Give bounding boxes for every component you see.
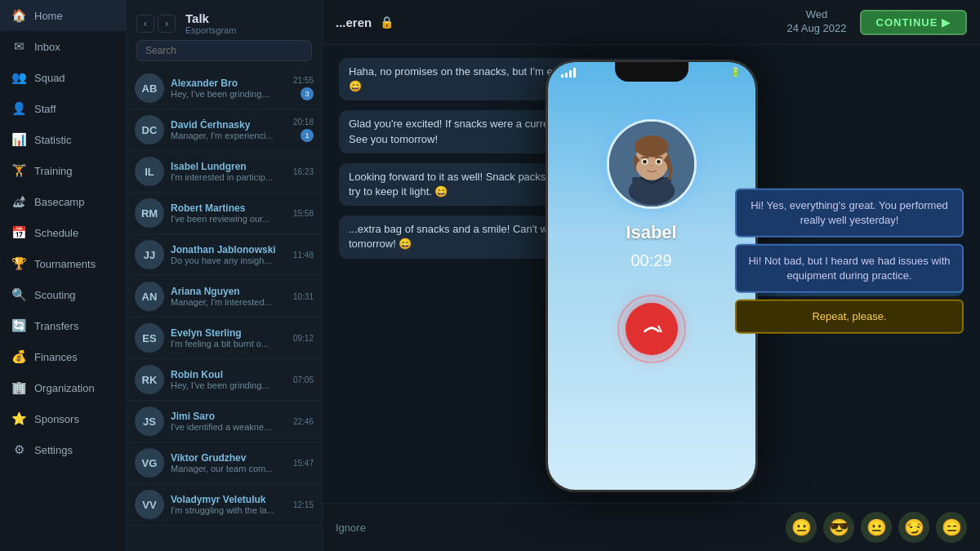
- sidebar-item-staff[interactable]: 👤 Staff: [0, 93, 126, 124]
- sidebar-label-basecamp: Basecamp: [34, 196, 84, 208]
- contact-time: 20:18: [293, 118, 314, 127]
- organization-icon: 🏢: [11, 380, 26, 395]
- finances-icon: 💰: [11, 349, 26, 364]
- squad-icon: 👥: [11, 70, 26, 85]
- contact-time: 22:46: [293, 417, 314, 426]
- contact-badge: 1: [301, 129, 314, 142]
- contact-preview: I've been reviewing our...: [171, 214, 287, 224]
- contact-preview: Manager, I'm experienci...: [171, 131, 287, 140]
- contact-avatar: RM: [135, 198, 164, 228]
- sidebar-item-inbox[interactable]: ✉ Inbox: [0, 31, 126, 62]
- sidebar-label-training: Training: [34, 165, 72, 177]
- contact-meta: 09:12: [293, 334, 314, 343]
- contact-info: Robert Martines I've been reviewing our.…: [171, 202, 287, 224]
- sidebar-item-organization[interactable]: 🏢 Organization: [0, 372, 126, 403]
- statistic-icon: 📊: [11, 132, 26, 147]
- sidebar-item-scouting[interactable]: 🔍 Scouting: [0, 279, 126, 310]
- sidebar-label-squad: Squad: [34, 72, 65, 84]
- home-icon: 🏠: [11, 8, 26, 23]
- contact-info: Voladymyr Veletuluk I'm struggling with …: [171, 494, 287, 515]
- sidebar-item-home[interactable]: 🏠 Home: [0, 0, 126, 31]
- contact-item[interactable]: DC David Čerhnasky Manager, I'm experien…: [127, 109, 322, 151]
- schedule-icon: 📅: [11, 225, 26, 240]
- sidebar-label-tournaments: Tournaments: [34, 258, 96, 270]
- sidebar-item-transfers[interactable]: 🔄 Transfers: [0, 310, 126, 341]
- sidebar-item-squad[interactable]: 👥 Squad: [0, 62, 126, 93]
- contact-item[interactable]: RM Robert Martines I've been reviewing o…: [127, 193, 322, 234]
- contact-time: 10:31: [293, 292, 314, 301]
- contact-preview: I'm feeling a bit burnt o...: [171, 339, 287, 349]
- main-chat-area: ...eren 🔒 Wed 24 Aug 2022 CONTINUE ▶ Hah…: [323, 0, 980, 551]
- sidebar-label-finances: Finances: [34, 351, 78, 363]
- nav-forward-button[interactable]: ›: [158, 15, 176, 33]
- contact-item[interactable]: VV Voladymyr Veletuluk I'm struggling wi…: [127, 484, 322, 526]
- contact-meta: 15:47: [293, 459, 314, 468]
- sidebar-item-basecamp[interactable]: 🏕 Basecamp: [0, 186, 126, 217]
- sidebar-label-home: Home: [34, 10, 63, 22]
- contact-item[interactable]: ES Evelyn Sterling I'm feeling a bit bur…: [127, 318, 322, 359]
- end-call-button[interactable]: [626, 303, 678, 355]
- contact-header: ‹ › Talk Esportsgram: [127, 0, 322, 68]
- choice-button-choice1[interactable]: Hi! Yes, everything's great. You perform…: [735, 188, 964, 237]
- sidebar-label-organization: Organization: [34, 382, 95, 394]
- contact-badge: 3: [301, 87, 314, 100]
- contact-time: 15:47: [293, 459, 314, 468]
- sidebar-label-transfers: Transfers: [34, 320, 78, 332]
- phone-notch: [615, 62, 688, 82]
- contact-meta: 11:48: [293, 251, 314, 260]
- choice-button-choice3[interactable]: Repeat, please.: [735, 300, 964, 334]
- contact-info: Evelyn Sterling I'm feeling a bit burnt …: [171, 327, 287, 349]
- contact-avatar: JJ: [135, 240, 164, 269]
- contact-info: David Čerhnasky Manager, I'm experienci.…: [171, 119, 287, 140]
- contact-name: Jonathan Jablonowski: [171, 244, 287, 256]
- sidebar-item-sponsors[interactable]: ⭐ Sponsors: [0, 403, 126, 434]
- settings-icon: ⚙: [11, 442, 26, 457]
- contact-item[interactable]: JJ Jonathan Jablonowski Do you have any …: [127, 234, 322, 276]
- sidebar-item-settings[interactable]: ⚙ Settings: [0, 434, 126, 465]
- contact-list: AB Alexander Bro Hey, I've been grinding…: [127, 68, 322, 551]
- contact-info: Jonathan Jablonowski Do you have any ins…: [171, 244, 287, 265]
- nav-back-button[interactable]: ‹: [136, 15, 154, 33]
- contact-item[interactable]: RK Robin Koul Hey, I've been grinding...…: [127, 359, 322, 401]
- svg-line-10: [658, 326, 662, 332]
- contact-info: Ariana Nguyen Manager, I'm interested...: [171, 286, 287, 307]
- sidebar-label-schedule: Schedule: [34, 227, 78, 239]
- contact-item[interactable]: VG Viktor Grudzhev Manager, our team com…: [127, 442, 322, 484]
- sidebar-label-scouting: Scouting: [34, 289, 76, 301]
- sidebar-item-finances[interactable]: 💰 Finances: [0, 341, 126, 372]
- sidebar-item-tournaments[interactable]: 🏆 Tournaments: [0, 248, 126, 279]
- call-avatar-container: [607, 119, 697, 209]
- sidebar-item-schedule[interactable]: 📅 Schedule: [0, 217, 126, 248]
- call-timer: 00:29: [630, 251, 671, 270]
- contact-time: 16:23: [293, 167, 314, 176]
- contact-item[interactable]: AB Alexander Bro Hey, I've been grinding…: [127, 68, 322, 109]
- contact-avatar: IL: [135, 157, 164, 186]
- search-input[interactable]: [136, 40, 312, 61]
- sidebar-item-training[interactable]: 🏋 Training: [0, 155, 126, 186]
- contact-meta: 22:46: [293, 417, 314, 426]
- contact-meta: 21:55 3: [293, 76, 314, 100]
- contact-meta: 20:18 1: [293, 118, 314, 142]
- contact-item[interactable]: JS Jimi Saro I've identified a weakne...…: [127, 401, 322, 442]
- talk-title: Talk: [185, 11, 236, 25]
- sidebar-label-staff: Staff: [34, 103, 56, 115]
- contact-meta: 10:31: [293, 292, 314, 301]
- contact-time: 21:55: [293, 76, 314, 85]
- contact-name: Ariana Nguyen: [171, 286, 287, 297]
- sidebar-label-sponsors: Sponsors: [34, 413, 79, 425]
- contact-name: Viktor Grudzhev: [171, 452, 287, 464]
- battery-icon: 🔋: [730, 67, 742, 78]
- inbox-icon: ✉: [11, 39, 26, 54]
- contact-avatar: DC: [135, 115, 164, 144]
- contact-time: 09:12: [293, 334, 314, 343]
- contact-item[interactable]: AN Ariana Nguyen Manager, I'm interested…: [127, 276, 322, 318]
- contact-name: Voladymyr Veletuluk: [171, 494, 287, 505]
- contact-name: Isabel Lundgren: [171, 161, 287, 172]
- contact-info: Isabel Lundgren I'm interested in partic…: [171, 161, 287, 182]
- basecamp-icon: 🏕: [11, 194, 26, 209]
- contact-item[interactable]: IL Isabel Lundgren I'm interested in par…: [127, 151, 322, 193]
- sidebar-item-statistic[interactable]: 📊 Statistic: [0, 124, 126, 155]
- contact-panel: ‹ › Talk Esportsgram AB Alexander Bro He…: [127, 0, 323, 551]
- contact-name: Robin Koul: [171, 369, 287, 380]
- choice-button-choice2[interactable]: Hi! Not bad, but I heard we had issues w…: [735, 244, 964, 293]
